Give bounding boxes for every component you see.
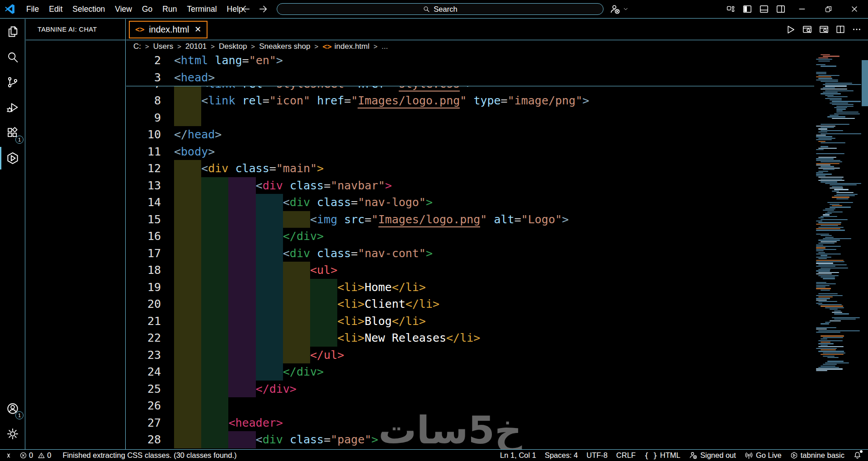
activity-item-explorer[interactable]	[0, 19, 25, 44]
remote-indicator-icon[interactable]	[5, 452, 13, 460]
code-tag-icon: <>	[135, 25, 144, 34]
breadcrumb-item[interactable]: <>index.html	[322, 42, 369, 51]
chevron-right-icon: >	[145, 42, 149, 50]
line-number: 13	[126, 177, 174, 194]
chevron-right-icon: >	[211, 42, 215, 50]
chevron-down-icon[interactable]	[623, 6, 629, 12]
line-number: 11	[126, 143, 174, 160]
restore-button[interactable]	[815, 0, 841, 18]
breadcrumb-item[interactable]: C:	[133, 42, 141, 51]
code-line: 14<div class="nav-logo">	[126, 194, 868, 211]
navigate-back-icon[interactable]	[241, 4, 251, 14]
toggle-secondary-sidebar-icon[interactable]	[776, 4, 786, 14]
cursor-position[interactable]: Ln 1, Col 1	[500, 450, 536, 461]
line-number: 9	[126, 109, 174, 127]
breadcrumb-item[interactable]: ...	[382, 42, 388, 51]
more-actions-button[interactable]	[852, 24, 862, 34]
line-number: 19	[126, 279, 174, 296]
code-line: 11<body>	[126, 143, 868, 160]
title-bar: FileEditSelectionViewGoRunTerminalHelp S…	[0, 0, 868, 19]
toggle-panel-icon[interactable]	[759, 4, 769, 14]
activity-item-tabnine[interactable]	[0, 146, 25, 171]
menu-run[interactable]: Run	[157, 0, 182, 18]
line-number: 22	[126, 329, 174, 347]
menu-view[interactable]: View	[110, 0, 137, 18]
activity-item-accounts[interactable]: 1	[0, 396, 25, 421]
scrollbar-slider[interactable]	[862, 60, 868, 106]
eol-sequence[interactable]: CRLF	[616, 450, 636, 461]
code-line: 9	[126, 109, 868, 127]
live-preview-button[interactable]	[819, 24, 829, 35]
editor-actions	[785, 24, 868, 35]
line-number: 18	[126, 262, 174, 279]
activity-item-run-debug[interactable]	[0, 95, 25, 120]
menu-go[interactable]: Go	[137, 0, 157, 18]
line-number: 17	[126, 245, 174, 262]
line-number: 2	[126, 52, 174, 69]
split-editor-button[interactable]	[835, 24, 845, 34]
sidebar: TABNINE AI: CHAT	[26, 19, 126, 449]
activity-item-source-control[interactable]	[0, 70, 25, 95]
indentation[interactable]: Spaces: 4	[545, 450, 578, 461]
notifications[interactable]	[853, 450, 862, 461]
activity-item-search[interactable]	[0, 44, 25, 70]
source-control-icon	[6, 76, 19, 89]
tabnine-status[interactable]: tabnine basic	[790, 450, 844, 461]
line-number: 27	[126, 414, 174, 432]
menu-edit[interactable]: Edit	[44, 0, 67, 18]
line-number: 26	[126, 397, 174, 414]
files-icon	[6, 25, 19, 38]
breadcrumb-item[interactable]: Desktop	[219, 42, 247, 51]
line-number: 16	[126, 228, 174, 245]
go-live[interactable]: Go Live	[745, 450, 782, 461]
open-preview-button[interactable]	[802, 24, 812, 35]
code-line: 18<ul>	[126, 262, 868, 279]
badge: 1	[15, 411, 24, 419]
minimize-button[interactable]	[789, 0, 815, 18]
editor-scrollbar[interactable]	[862, 52, 868, 449]
activity-bar: 11	[0, 19, 25, 449]
language-mode[interactable]: { }HTML	[644, 450, 680, 461]
breadcrumb-item[interactable]: 20101	[185, 42, 207, 51]
breadcrumb-item[interactable]: Sneakers shop	[259, 42, 310, 51]
tab-index-html[interactable]: <> index.html ✕	[129, 21, 208, 38]
activity-item-extensions[interactable]: 1	[0, 120, 25, 146]
close-button[interactable]	[841, 0, 868, 18]
tab-close-icon[interactable]: ✕	[193, 24, 201, 34]
line-number: 14	[126, 194, 174, 211]
encoding[interactable]: UTF-8	[586, 450, 608, 461]
badge: 1	[15, 136, 24, 144]
activity-item-settings[interactable]	[0, 421, 25, 447]
code-line: 20<li>Client</li>	[126, 296, 868, 313]
menu-selection[interactable]: Selection	[67, 0, 110, 18]
run-button[interactable]	[785, 24, 796, 35]
menu-terminal[interactable]: Terminal	[182, 0, 222, 18]
line-number: 12	[126, 160, 174, 177]
problems-indicator[interactable]: 0 0	[19, 451, 51, 460]
error-count: 0	[29, 451, 33, 460]
accounts-status[interactable]: Signed out	[689, 450, 736, 461]
accounts-icon[interactable]	[609, 4, 621, 15]
line-number: 21	[126, 313, 174, 330]
gear-icon	[6, 428, 19, 440]
code-line: 12<div class="main">	[126, 160, 868, 177]
sticky-scroll: 2<html lang="en">3<head>	[126, 52, 868, 86]
line-number: 25	[126, 381, 174, 398]
line-number: 15	[126, 211, 174, 228]
editor[interactable]: 2<html lang="en">3<head> 7<link rel="sty…	[126, 52, 868, 449]
code-line: 23</ul>	[126, 347, 868, 364]
breadcrumb-item[interactable]: Users	[153, 42, 173, 51]
tabnine-icon	[6, 151, 19, 165]
code-line: 24</div>	[126, 363, 868, 381]
code-line: 16</div>	[126, 228, 868, 245]
menu-file[interactable]: File	[21, 0, 44, 18]
code-line: 10</head>	[126, 126, 868, 143]
customize-layout-icon[interactable]	[726, 5, 736, 14]
line-number: 10	[126, 126, 174, 143]
command-center-search[interactable]: Search	[277, 3, 604, 15]
navigate-forward-icon[interactable]	[258, 4, 268, 14]
minimap[interactable]	[814, 52, 862, 449]
chevron-right-icon: >	[373, 42, 377, 50]
toggle-primary-sidebar-icon[interactable]	[742, 4, 752, 14]
menubar: FileEditSelectionViewGoRunTerminalHelp	[21, 0, 248, 18]
